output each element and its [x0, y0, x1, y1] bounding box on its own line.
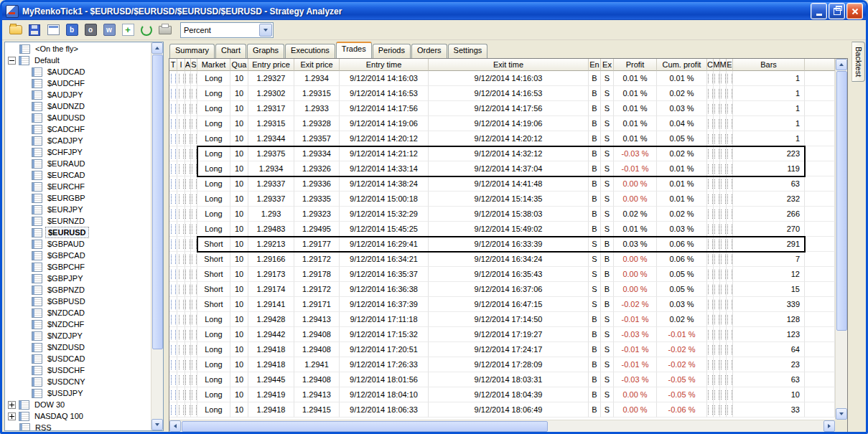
- trade-row[interactable]: Long101.293441.293579/12/2014 14:20:129/…: [169, 131, 835, 146]
- tree-item-gbpaud[interactable]: $GBPAUD: [5, 238, 151, 250]
- tree-item-usdcad[interactable]: $USDCAD: [5, 353, 151, 364]
- tree-item-eurchf[interactable]: $EURCHF: [5, 181, 151, 192]
- tree-item-audchf[interactable]: $AUDCHF: [5, 77, 151, 89]
- trade-row[interactable]: Long101.293751.293349/12/2014 14:21:129/…: [169, 146, 835, 161]
- trade-row[interactable]: Long101.294281.294139/12/2014 17:11:189/…: [169, 312, 835, 327]
- column-header-t[interactable]: T: [169, 59, 177, 71]
- tree-item-gbpjpy[interactable]: $GBPJPY: [5, 273, 151, 284]
- column-header-market[interactable]: Market: [197, 59, 230, 71]
- titlebar[interactable]: MyRenkoTick1 - $EURUSD/$EURUSD/$EURUSD/$…: [2, 2, 866, 20]
- column-header-m[interactable]: M: [714, 59, 720, 71]
- tab-trades[interactable]: Trades: [336, 42, 372, 58]
- tree-item-eurnzd[interactable]: $EURNZD: [5, 215, 151, 227]
- tree-scrollbar[interactable]: [151, 42, 163, 430]
- tree-item-cadchf[interactable]: $CADCHF: [5, 123, 151, 135]
- tree-item-nzdcad[interactable]: $NZDCAD: [5, 307, 151, 319]
- scroll-left-icon[interactable]: [169, 420, 181, 432]
- trade-row[interactable]: Long101.29341.293269/12/2014 14:33:149/1…: [169, 161, 835, 176]
- trade-row[interactable]: Short101.291661.291729/12/2014 16:34:219…: [169, 252, 835, 267]
- trade-row[interactable]: Long101.294191.294139/12/2014 18:04:109/…: [169, 387, 835, 402]
- table-vertical-scrollbar[interactable]: [835, 59, 847, 420]
- letter-b-button[interactable]: b: [62, 22, 81, 39]
- tree-item-gbpusd[interactable]: $GBPUSD: [5, 296, 151, 307]
- tree-item-on-the-fly[interactable]: <On the fly>: [5, 43, 151, 55]
- print-button[interactable]: [156, 22, 174, 39]
- tree-item-nasdaq-100[interactable]: NASDAQ 100: [5, 410, 151, 422]
- tree-scrollbar-thumb[interactable]: [152, 55, 163, 349]
- table-hscroll-thumb[interactable]: [182, 421, 548, 432]
- scroll-up-icon[interactable]: [151, 42, 163, 54]
- letter-w-button[interactable]: w: [100, 22, 118, 39]
- tree-item-gbpchf[interactable]: $GBPCHF: [5, 261, 151, 273]
- tree-item-gbpcad[interactable]: $GBPCAD: [5, 250, 151, 261]
- chart-window-button[interactable]: [44, 22, 62, 39]
- tab-graphs[interactable]: Graphs: [247, 44, 284, 58]
- tab-settings[interactable]: Settings: [448, 44, 488, 58]
- column-header-s[interactable]: S: [191, 59, 197, 71]
- column-header-cum-profit[interactable]: Cum. profit: [657, 59, 707, 71]
- tree-item-audcad[interactable]: $AUDCAD: [5, 66, 151, 77]
- tab-executions[interactable]: Executions: [285, 44, 335, 58]
- collapse-icon[interactable]: [8, 57, 16, 65]
- tree-item-nzdusd[interactable]: $NZDUSD: [5, 341, 151, 353]
- tree-item-nzdchf[interactable]: $NZDCHF: [5, 319, 151, 330]
- trade-row[interactable]: Long101.294181.294089/12/2014 17:20:519/…: [169, 342, 835, 357]
- trade-row[interactable]: Short101.291731.291789/12/2014 16:35:379…: [169, 267, 835, 282]
- tree-item-dow-30[interactable]: DOW 30: [5, 399, 151, 410]
- trade-row[interactable]: Long101.294831.294959/12/2014 15:45:259/…: [169, 222, 835, 237]
- tab-chart[interactable]: Chart: [215, 44, 246, 58]
- column-header-spacer[interactable]: [805, 59, 835, 71]
- trade-row[interactable]: Long101.293371.293359/12/2014 15:00:189/…: [169, 192, 835, 207]
- open-button[interactable]: [6, 22, 25, 39]
- display-unit-dropdown[interactable]: Percent: [180, 22, 274, 38]
- tree-item-nzdjpy[interactable]: $NZDJPY: [5, 330, 151, 341]
- tree-item-usdjpy[interactable]: $USDJPY: [5, 387, 151, 399]
- column-header-m[interactable]: M: [720, 59, 727, 71]
- tree-item-audnzd[interactable]: $AUDNZD: [5, 100, 151, 112]
- add-button[interactable]: +: [118, 22, 137, 39]
- trade-row[interactable]: Long101.294181.29419/12/2014 17:26:339/1…: [169, 357, 835, 372]
- tree-item-usdchf[interactable]: $USDCHF: [5, 364, 151, 376]
- table-vscroll-thumb[interactable]: [836, 71, 847, 331]
- column-header-en[interactable]: En: [589, 59, 601, 71]
- tree-item-default[interactable]: Default: [5, 55, 151, 66]
- tree-item-eurusd[interactable]: $EURUSD: [5, 227, 151, 238]
- trade-row[interactable]: Long101.294421.294089/12/2014 17:15:329/…: [169, 327, 835, 342]
- trade-row[interactable]: Long101.293151.293289/12/2014 14:19:069/…: [169, 116, 835, 131]
- refresh-button[interactable]: [137, 22, 156, 39]
- column-header-ex[interactable]: Ex: [601, 59, 614, 71]
- column-header-entry-price[interactable]: Entry price: [248, 59, 294, 71]
- scroll-right-icon[interactable]: [823, 420, 835, 432]
- expand-icon[interactable]: [8, 412, 16, 420]
- column-header-profit[interactable]: Profit: [614, 59, 657, 71]
- expand-icon[interactable]: [8, 401, 16, 409]
- scroll-down-icon[interactable]: [151, 419, 163, 430]
- column-header-e[interactable]: E: [727, 59, 733, 71]
- trade-row[interactable]: Long101.293171.29339/12/2014 14:17:569/1…: [169, 101, 835, 116]
- scroll-up-icon[interactable]: [836, 59, 847, 70]
- trade-row[interactable]: Short101.292131.291779/12/2014 16:29:419…: [169, 237, 835, 252]
- tree-item-usdcny[interactable]: $USDCNY: [5, 376, 151, 387]
- letter-o-button[interactable]: o: [81, 22, 100, 39]
- tree-item-eurjpy[interactable]: $EURJPY: [5, 204, 151, 215]
- backtest-side-tab[interactable]: Backtest: [851, 42, 865, 82]
- column-header-qua[interactable]: Qua: [230, 59, 248, 71]
- tree-item-audjpy[interactable]: $AUDJPY: [5, 89, 151, 100]
- tree-item-cadjpy[interactable]: $CADJPY: [5, 135, 151, 146]
- column-header-exit-price[interactable]: Exit price: [294, 59, 340, 71]
- trade-row[interactable]: Long101.294181.294159/12/2014 18:06:339/…: [169, 402, 835, 418]
- trade-row[interactable]: Short101.291411.291719/12/2014 16:37:399…: [169, 297, 835, 312]
- close-button[interactable]: [846, 3, 863, 19]
- tree-item-eurgbp[interactable]: $EURGBP: [5, 192, 151, 204]
- trade-row[interactable]: Short101.291741.291729/12/2014 16:36:389…: [169, 282, 835, 297]
- column-header-c[interactable]: C: [707, 59, 714, 71]
- restore-button[interactable]: [829, 3, 845, 19]
- chevron-down-icon[interactable]: [259, 24, 272, 37]
- column-header-i[interactable]: I: [177, 59, 185, 71]
- tree-item-gbpnzd[interactable]: $GBPNZD: [5, 284, 151, 296]
- tree-item-eurcad[interactable]: $EURCAD: [5, 169, 151, 181]
- column-header-exit-time[interactable]: Exit time: [429, 59, 589, 71]
- column-header-a[interactable]: A: [185, 59, 191, 71]
- minimize-button[interactable]: [811, 3, 827, 19]
- tree-item-euraud[interactable]: $EURAUD: [5, 158, 151, 169]
